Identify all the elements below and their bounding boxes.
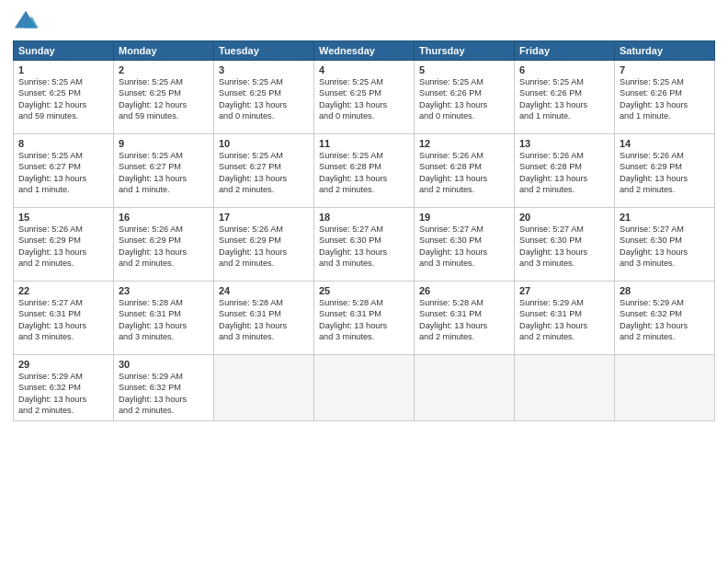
day-info: Sunrise: 5:25 AM Sunset: 6:27 PM Dayligh… <box>119 150 209 196</box>
header <box>13 9 715 35</box>
day-info: Sunrise: 5:29 AM Sunset: 6:32 PM Dayligh… <box>620 297 710 343</box>
calendar-cell: 15Sunrise: 5:26 AM Sunset: 6:29 PM Dayli… <box>14 208 114 282</box>
day-number: 18 <box>319 212 409 223</box>
calendar-cell: 17Sunrise: 5:26 AM Sunset: 6:29 PM Dayli… <box>214 208 314 282</box>
day-number: 28 <box>620 285 710 296</box>
day-number: 30 <box>119 359 209 370</box>
calendar-body: 1Sunrise: 5:25 AM Sunset: 6:25 PM Daylig… <box>14 61 715 421</box>
calendar-cell: 4Sunrise: 5:25 AM Sunset: 6:25 PM Daylig… <box>314 61 415 134</box>
day-info: Sunrise: 5:25 AM Sunset: 6:26 PM Dayligh… <box>620 76 710 122</box>
calendar-cell: 23Sunrise: 5:28 AM Sunset: 6:31 PM Dayli… <box>114 282 214 355</box>
calendar-cell: 30Sunrise: 5:29 AM Sunset: 6:32 PM Dayli… <box>114 355 214 421</box>
day-number: 11 <box>319 138 409 149</box>
logo-icon <box>13 9 39 35</box>
calendar-cell: 22Sunrise: 5:27 AM Sunset: 6:31 PM Dayli… <box>14 282 114 355</box>
day-info: Sunrise: 5:26 AM Sunset: 6:29 PM Dayligh… <box>18 224 108 270</box>
calendar-cell: 24Sunrise: 5:28 AM Sunset: 6:31 PM Dayli… <box>214 282 314 355</box>
day-number: 2 <box>119 64 209 75</box>
calendar-cell <box>615 355 715 421</box>
calendar-week-3: 15Sunrise: 5:26 AM Sunset: 6:29 PM Dayli… <box>14 208 715 282</box>
day-number: 15 <box>18 212 108 223</box>
day-info: Sunrise: 5:29 AM Sunset: 6:32 PM Dayligh… <box>119 371 209 417</box>
day-info: Sunrise: 5:26 AM Sunset: 6:29 PM Dayligh… <box>119 224 209 270</box>
day-number: 5 <box>419 64 509 75</box>
day-info: Sunrise: 5:25 AM Sunset: 6:26 PM Dayligh… <box>419 76 509 122</box>
calendar-cell: 18Sunrise: 5:27 AM Sunset: 6:30 PM Dayli… <box>314 208 415 282</box>
calendar-cell: 10Sunrise: 5:25 AM Sunset: 6:27 PM Dayli… <box>214 134 314 208</box>
calendar-cell: 12Sunrise: 5:26 AM Sunset: 6:28 PM Dayli… <box>415 134 515 208</box>
day-number: 14 <box>620 138 710 149</box>
calendar-cell <box>314 355 415 421</box>
day-info: Sunrise: 5:27 AM Sunset: 6:30 PM Dayligh… <box>519 224 609 270</box>
calendar-cell: 29Sunrise: 5:29 AM Sunset: 6:32 PM Dayli… <box>14 355 114 421</box>
logo <box>13 9 42 35</box>
day-info: Sunrise: 5:29 AM Sunset: 6:31 PM Dayligh… <box>519 297 609 343</box>
calendar-cell <box>214 355 314 421</box>
calendar-cell: 9Sunrise: 5:25 AM Sunset: 6:27 PM Daylig… <box>114 134 214 208</box>
day-number: 22 <box>18 285 108 296</box>
calendar-cell: 11Sunrise: 5:25 AM Sunset: 6:28 PM Dayli… <box>314 134 415 208</box>
day-info: Sunrise: 5:25 AM Sunset: 6:25 PM Dayligh… <box>219 76 309 122</box>
calendar-table: SundayMondayTuesdayWednesdayThursdayFrid… <box>13 40 715 421</box>
day-number: 4 <box>319 64 409 75</box>
calendar-week-1: 1Sunrise: 5:25 AM Sunset: 6:25 PM Daylig… <box>14 61 715 134</box>
day-info: Sunrise: 5:26 AM Sunset: 6:29 PM Dayligh… <box>620 150 710 196</box>
day-number: 17 <box>219 212 309 223</box>
calendar-cell: 19Sunrise: 5:27 AM Sunset: 6:30 PM Dayli… <box>415 208 515 282</box>
calendar-week-5: 29Sunrise: 5:29 AM Sunset: 6:32 PM Dayli… <box>14 355 715 421</box>
day-info: Sunrise: 5:25 AM Sunset: 6:25 PM Dayligh… <box>18 76 108 122</box>
calendar-header: SundayMondayTuesdayWednesdayThursdayFrid… <box>14 41 715 61</box>
day-info: Sunrise: 5:27 AM Sunset: 6:30 PM Dayligh… <box>620 224 710 270</box>
day-number: 26 <box>419 285 509 296</box>
day-info: Sunrise: 5:27 AM Sunset: 6:31 PM Dayligh… <box>18 297 108 343</box>
day-number: 3 <box>219 64 309 75</box>
day-info: Sunrise: 5:27 AM Sunset: 6:30 PM Dayligh… <box>319 224 409 270</box>
calendar-cell: 8Sunrise: 5:25 AM Sunset: 6:27 PM Daylig… <box>14 134 114 208</box>
day-number: 12 <box>419 138 509 149</box>
day-number: 7 <box>620 64 710 75</box>
day-number: 10 <box>219 138 309 149</box>
calendar-cell <box>515 355 615 421</box>
weekday-row: SundayMondayTuesdayWednesdayThursdayFrid… <box>14 41 715 61</box>
day-number: 23 <box>119 285 209 296</box>
calendar-cell: 7Sunrise: 5:25 AM Sunset: 6:26 PM Daylig… <box>615 61 715 134</box>
calendar-week-2: 8Sunrise: 5:25 AM Sunset: 6:27 PM Daylig… <box>14 134 715 208</box>
calendar-cell: 6Sunrise: 5:25 AM Sunset: 6:26 PM Daylig… <box>515 61 615 134</box>
calendar-cell: 27Sunrise: 5:29 AM Sunset: 6:31 PM Dayli… <box>515 282 615 355</box>
day-number: 13 <box>519 138 609 149</box>
day-info: Sunrise: 5:28 AM Sunset: 6:31 PM Dayligh… <box>319 297 409 343</box>
day-number: 21 <box>620 212 710 223</box>
day-info: Sunrise: 5:25 AM Sunset: 6:27 PM Dayligh… <box>18 150 108 196</box>
day-number: 20 <box>519 212 609 223</box>
calendar-cell: 2Sunrise: 5:25 AM Sunset: 6:25 PM Daylig… <box>114 61 214 134</box>
day-number: 8 <box>18 138 108 149</box>
day-info: Sunrise: 5:29 AM Sunset: 6:32 PM Dayligh… <box>18 371 108 417</box>
calendar-cell: 25Sunrise: 5:28 AM Sunset: 6:31 PM Dayli… <box>314 282 415 355</box>
weekday-header-thursday: Thursday <box>415 41 515 61</box>
day-info: Sunrise: 5:25 AM Sunset: 6:26 PM Dayligh… <box>519 76 609 122</box>
day-info: Sunrise: 5:25 AM Sunset: 6:28 PM Dayligh… <box>319 150 409 196</box>
day-info: Sunrise: 5:26 AM Sunset: 6:28 PM Dayligh… <box>519 150 609 196</box>
day-number: 6 <box>519 64 609 75</box>
weekday-header-friday: Friday <box>515 41 615 61</box>
day-number: 27 <box>519 285 609 296</box>
page: SundayMondayTuesdayWednesdayThursdayFrid… <box>0 0 728 563</box>
day-info: Sunrise: 5:28 AM Sunset: 6:31 PM Dayligh… <box>219 297 309 343</box>
calendar-cell: 5Sunrise: 5:25 AM Sunset: 6:26 PM Daylig… <box>415 61 515 134</box>
calendar-cell: 28Sunrise: 5:29 AM Sunset: 6:32 PM Dayli… <box>615 282 715 355</box>
calendar-cell: 20Sunrise: 5:27 AM Sunset: 6:30 PM Dayli… <box>515 208 615 282</box>
day-number: 16 <box>119 212 209 223</box>
day-number: 29 <box>18 359 108 370</box>
weekday-header-monday: Monday <box>114 41 214 61</box>
day-number: 19 <box>419 212 509 223</box>
calendar-cell: 3Sunrise: 5:25 AM Sunset: 6:25 PM Daylig… <box>214 61 314 134</box>
calendar-cell <box>415 355 515 421</box>
day-info: Sunrise: 5:25 AM Sunset: 6:27 PM Dayligh… <box>219 150 309 196</box>
day-number: 25 <box>319 285 409 296</box>
day-info: Sunrise: 5:27 AM Sunset: 6:30 PM Dayligh… <box>419 224 509 270</box>
day-info: Sunrise: 5:25 AM Sunset: 6:25 PM Dayligh… <box>319 76 409 122</box>
calendar-cell: 16Sunrise: 5:26 AM Sunset: 6:29 PM Dayli… <box>114 208 214 282</box>
calendar-cell: 26Sunrise: 5:28 AM Sunset: 6:31 PM Dayli… <box>415 282 515 355</box>
calendar-cell: 21Sunrise: 5:27 AM Sunset: 6:30 PM Dayli… <box>615 208 715 282</box>
day-info: Sunrise: 5:26 AM Sunset: 6:28 PM Dayligh… <box>419 150 509 196</box>
